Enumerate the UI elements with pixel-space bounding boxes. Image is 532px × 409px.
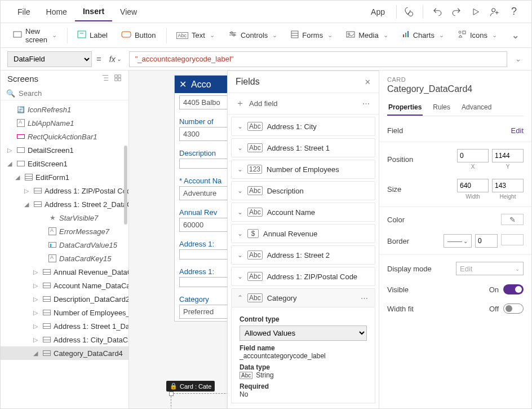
tb-button[interactable]: Button	[116, 28, 162, 43]
display-mode-select[interactable]: Edit⌄	[456, 262, 524, 275]
tree-item[interactable]: ◢Address 1: Street 2_DataCar	[1, 197, 128, 211]
border-style-select[interactable]: ——⌄	[444, 234, 472, 248]
tree-item[interactable]: DataCardKey15	[1, 252, 128, 265]
border-color-swatch[interactable]	[501, 234, 524, 245]
widthfit-toggle[interactable]	[503, 304, 524, 314]
formula-input[interactable]: "_accountcategorycode_label"	[129, 51, 507, 67]
field-item[interactable]: ⌄$Annual Revenue	[231, 224, 375, 243]
menu-insert[interactable]: Insert	[75, 2, 112, 21]
tree-item[interactable]: ◢EditScreen1	[1, 157, 128, 170]
position-x-input[interactable]	[457, 149, 489, 162]
tb-icons[interactable]: Icons⌄	[452, 27, 503, 43]
close-icon[interactable]: ✕	[365, 78, 371, 86]
field-item[interactable]: ⌄AbcAddress 1: City	[231, 117, 375, 136]
field-item[interactable]: ⌄AbcAddress 1: Street 1	[231, 138, 375, 157]
tb-forms[interactable]: Forms⌄	[285, 27, 338, 43]
tb-label[interactable]: Label	[72, 27, 113, 43]
expander-icon[interactable]: ◢	[5, 159, 14, 168]
svg-rect-3	[78, 31, 86, 38]
size-height-input[interactable]	[492, 179, 524, 192]
tree-item[interactable]: ▷Number of Employees_Data	[1, 306, 128, 319]
tree-item[interactable]: ▷DetailScreen1	[1, 143, 128, 157]
field-item-label: Category	[267, 294, 297, 302]
tab-properties[interactable]: Properties	[387, 100, 423, 116]
more-icon[interactable]: ⋯	[362, 99, 371, 108]
share-icon[interactable]	[486, 3, 503, 20]
tb-controls[interactable]: Controls⌄	[223, 28, 283, 43]
expander-icon[interactable]: ▷	[31, 335, 40, 344]
required-label: Required	[240, 382, 367, 390]
menu-home[interactable]: Home	[38, 3, 75, 21]
expander-icon[interactable]: ◢	[31, 349, 40, 358]
tb-charts[interactable]: Charts⌄	[396, 27, 450, 43]
more-icon[interactable]: ⋯	[361, 294, 369, 302]
field-item[interactable]: ⌄AbcAddress 1: Street 2	[231, 245, 375, 265]
tree-item-label: Address 1: Street 1_DataCar	[54, 322, 128, 331]
property-selector[interactable]: DataField	[7, 51, 92, 67]
border-width-input[interactable]	[475, 234, 498, 248]
fx-button[interactable]: fx⌄	[106, 55, 125, 64]
help-icon[interactable]: ?	[506, 3, 522, 20]
formula-expand[interactable]: ⌄	[512, 55, 525, 63]
visible-toggle[interactable]	[503, 284, 524, 294]
tree-item[interactable]: ▷Description_DataCard2	[1, 292, 128, 306]
menu-view[interactable]: View	[112, 3, 145, 21]
menu-file[interactable]: File	[10, 3, 38, 21]
expander-icon[interactable]: ▷	[22, 186, 31, 195]
tree-item[interactable]: ▷Address 1: City_DataCard2	[1, 333, 128, 346]
tb-text[interactable]: AbcText⌄	[171, 28, 220, 43]
expander-icon[interactable]: ▷	[31, 281, 40, 290]
color-swatch[interactable]: ✎	[501, 214, 524, 225]
field-item[interactable]: ⌄AbcDescription	[231, 181, 375, 200]
tree-view-icon[interactable]	[101, 74, 109, 83]
position-y-input[interactable]	[492, 149, 524, 162]
tree-item[interactable]: ▷Address 1: Street 1_DataCar	[1, 319, 128, 333]
prop-size: Size Width Height	[387, 174, 524, 204]
tree-item[interactable]: ◢EditForm1	[1, 170, 128, 184]
close-icon[interactable]: ✕	[179, 79, 187, 90]
data-type-label: Data type	[240, 363, 367, 371]
screens-search-input[interactable]	[19, 89, 123, 98]
play-icon[interactable]	[467, 3, 484, 20]
field-item[interactable]: ⌄AbcAddress 1: ZIP/Postal Code	[231, 267, 375, 286]
tab-advanced[interactable]: Advanced	[460, 100, 493, 116]
expander-icon[interactable]: ▷	[31, 308, 40, 317]
add-field-button[interactable]: ＋ Add field ⋯	[228, 93, 379, 115]
node-icon	[16, 159, 25, 168]
field-item[interactable]: ⌄123Number of Employees	[231, 160, 375, 179]
tree-item[interactable]: IconRefresh1	[1, 103, 128, 116]
edit-field-link[interactable]: Edit	[511, 126, 524, 135]
expander-icon[interactable]: ◢	[22, 200, 31, 209]
tree-item[interactable]: ★StarVisible7	[1, 211, 128, 225]
field-item[interactable]: ⌄AbcAccount Name	[231, 203, 375, 222]
size-width-input[interactable]	[457, 179, 489, 192]
expander-icon[interactable]: ▷	[31, 267, 40, 276]
tb-overflow[interactable]: ⌄	[505, 27, 525, 44]
undo-icon[interactable]	[429, 3, 446, 20]
expander-icon[interactable]: ▷	[31, 294, 40, 304]
checker-icon[interactable]	[400, 3, 417, 20]
tb-new-screen[interactable]: New screen⌄	[7, 24, 63, 47]
prop-visible: Visible On	[387, 280, 524, 299]
tree-item[interactable]: ErrorMessage7	[1, 225, 128, 238]
tb-media[interactable]: Media⌄	[340, 28, 393, 43]
expander-icon[interactable]: ▷	[31, 322, 40, 331]
prop-field[interactable]: Field Edit	[387, 122, 524, 139]
control-type-select[interactable]: Allowed Values	[240, 326, 367, 341]
tree-item[interactable]: ◢Category_DataCard4	[1, 346, 128, 360]
tree-item[interactable]: DataCardValue15	[1, 238, 128, 252]
tree-item[interactable]: ▷Account Name_DataCard2	[1, 279, 128, 292]
expander-icon[interactable]: ◢	[13, 173, 22, 182]
tree-item[interactable]: RectQuickActionBar1	[1, 130, 128, 143]
thumbnail-view-icon[interactable]	[114, 74, 122, 83]
tab-rules[interactable]: Rules	[432, 100, 451, 116]
expander-icon[interactable]: ▷	[5, 146, 14, 155]
tree-item[interactable]: ▷Annual Revenue_DataCard2	[1, 265, 128, 279]
field-item[interactable]: ⌃AbcCategory⋯	[231, 288, 375, 307]
formula-bar: DataField = fx⌄ "_accountcategorycode_la…	[1, 48, 531, 71]
tree-item[interactable]: ▷Address 1: ZIP/Postal Code_	[1, 184, 128, 197]
redo-icon[interactable]	[448, 3, 465, 20]
menu-app[interactable]: App	[363, 3, 393, 21]
tree-item[interactable]: LblAppName1	[1, 116, 128, 130]
scrollbar[interactable]	[124, 146, 127, 225]
